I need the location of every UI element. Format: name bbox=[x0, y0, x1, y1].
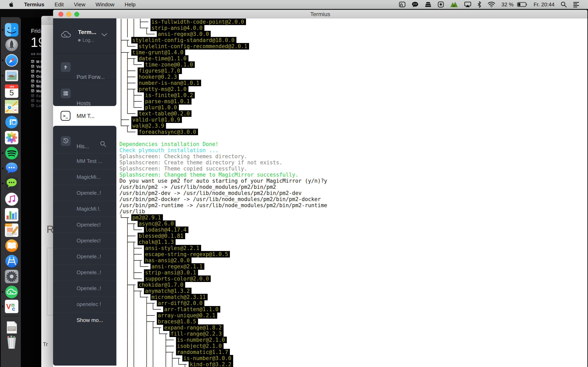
clock[interactable]: Fr. 20:44 bbox=[534, 1, 554, 8]
terminal-area[interactable]: │ │ │ ├── is-fullwidth-code-point@2.0.0│… bbox=[116, 18, 587, 367]
dock-icon-mail[interactable] bbox=[5, 69, 18, 82]
history-list-item[interactable]: Openele..! bbox=[53, 185, 116, 201]
tree-branch: │ └── bbox=[120, 43, 139, 49]
trackpad-icon[interactable] bbox=[399, 1, 406, 8]
terminal-line: │ │ │ ├─┬ expand-range@1.8.2 bbox=[120, 325, 327, 331]
svg-text:3D: 3D bbox=[14, 109, 17, 111]
package-name: escape-string-regexp@1.0.5 bbox=[144, 251, 230, 258]
terminal-line: │ └── supports-color@2.0.0 bbox=[120, 276, 327, 282]
terminal-line: │ │ │ │ └─┬ fill-range@2.2.3 bbox=[120, 331, 327, 337]
sidebar-item-history[interactable]: His... bbox=[53, 126, 116, 153]
search-icon[interactable] bbox=[100, 141, 107, 148]
tree-branch: │ ├── bbox=[120, 80, 139, 86]
dock-icon-launchpad[interactable] bbox=[5, 38, 18, 52]
dock-icon-finder[interactable] bbox=[5, 23, 18, 36]
dock-icon-pages[interactable]: PAGES bbox=[5, 224, 18, 237]
window-title: Termius bbox=[53, 11, 587, 17]
history-list-item[interactable]: MM Test ... bbox=[53, 153, 116, 169]
tree-branch: │ │ │ │ │ ├─┬ bbox=[120, 355, 183, 361]
battery-icon[interactable] bbox=[517, 2, 527, 7]
menu-item-view[interactable]: View bbox=[74, 1, 85, 8]
svg-text:f: f bbox=[9, 118, 12, 126]
svg-text:c: c bbox=[12, 306, 15, 312]
history-list-item[interactable]: Openelec! bbox=[53, 217, 116, 233]
dock-icon-photos[interactable] bbox=[5, 131, 18, 144]
apple-icon[interactable] bbox=[9, 1, 14, 8]
dock-icon-app-store[interactable] bbox=[5, 254, 18, 268]
dock-icon-trash[interactable] bbox=[5, 336, 18, 349]
menu-item-window[interactable]: Window bbox=[95, 1, 114, 8]
tree-branch: │ ├─┬ bbox=[120, 55, 139, 62]
menu-item-termius[interactable]: Termius bbox=[24, 1, 44, 8]
history-list-item[interactable]: Openele..! bbox=[53, 264, 116, 280]
terminal-line: Check plymouth installation ... bbox=[120, 147, 327, 153]
terminal-line: │ │ └── ansi-regex@2.1.1 bbox=[120, 263, 327, 269]
account-block[interactable]: Term... Log... bbox=[53, 18, 116, 53]
window-titlebar[interactable]: Termius bbox=[53, 10, 587, 18]
starbox-icon[interactable] bbox=[438, 1, 444, 8]
dock-icon-vnc-viewer[interactable]: Vnc bbox=[5, 300, 18, 313]
airplay-icon[interactable] bbox=[464, 1, 471, 8]
history-list-item[interactable]: Openelec! bbox=[53, 233, 116, 249]
terminal-tab-label: MM T... bbox=[77, 113, 95, 119]
spotlight-icon[interactable] bbox=[561, 1, 567, 8]
history-icon bbox=[61, 136, 71, 146]
sidebar: Term... Log... Port Forw... bbox=[53, 18, 116, 367]
package-name: walk@2.3.9 bbox=[131, 123, 166, 129]
history-list-item[interactable]: Openele..! bbox=[53, 249, 116, 264]
package-name: array-unique@0.2.1 bbox=[157, 312, 217, 319]
calendar-check-icon bbox=[31, 79, 34, 83]
dock-icon-ibooks[interactable] bbox=[5, 239, 18, 252]
running-indicator bbox=[2, 59, 3, 61]
package-name: is-number@3.0.0 bbox=[182, 355, 233, 361]
calendar-check-icon bbox=[31, 84, 34, 89]
dock-icon-maps[interactable]: 3D bbox=[5, 100, 18, 113]
dock-icon-spotify[interactable] bbox=[5, 146, 18, 160]
mountain-icon[interactable]: M bbox=[450, 1, 458, 8]
dock-icon-calendar[interactable]: JAN5 bbox=[5, 84, 18, 98]
package-name: chalk@1.1.3 bbox=[138, 239, 176, 245]
chat-icon[interactable] bbox=[412, 1, 419, 8]
package-name: has-ansi@2.0.0 bbox=[144, 257, 191, 264]
dock-icon-itunes[interactable] bbox=[5, 192, 18, 206]
package-name: anymatch@1.3.2 bbox=[144, 288, 191, 294]
tree-branch: │ │ ├─┬ bbox=[120, 318, 158, 325]
terminal-line bbox=[120, 135, 327, 141]
wifi-icon[interactable] bbox=[488, 1, 495, 8]
dock-icon-document[interactable] bbox=[5, 321, 18, 334]
stack-icon[interactable] bbox=[425, 1, 432, 8]
history-list-item[interactable]: openelec ! bbox=[53, 296, 116, 312]
terminal-line: Splashscreen: Create theme directory if … bbox=[120, 159, 327, 166]
menu-item-edit[interactable]: Edit bbox=[54, 1, 64, 8]
dock-icon-messages-green[interactable] bbox=[5, 177, 18, 190]
dock-icon-messages[interactable] bbox=[5, 162, 18, 175]
terminal-line: /usr/bin/pm2-dev -> /usr/lib/node_module… bbox=[120, 190, 327, 196]
bluetooth-icon[interactable] bbox=[477, 1, 481, 8]
dock-icon-fantastical[interactable]: f bbox=[5, 115, 18, 129]
dock-icon-numbers[interactable] bbox=[5, 208, 18, 221]
svg-text:M: M bbox=[453, 4, 455, 8]
package-name: pretty-ms@2.1.0 bbox=[138, 86, 189, 92]
history-list-item[interactable]: MagicMi... bbox=[53, 169, 116, 185]
dock-icon-safari[interactable] bbox=[5, 54, 18, 67]
history-list-item[interactable]: Openele..! bbox=[53, 280, 116, 296]
menulist-icon[interactable] bbox=[573, 2, 579, 7]
inactive-traffic-light[interactable] bbox=[47, 17, 51, 20]
show-more-button[interactable]: Show mo... bbox=[53, 312, 116, 328]
dock-icon-termius[interactable] bbox=[5, 285, 18, 299]
running-indicator bbox=[2, 167, 3, 169]
chevron-down-icon[interactable] bbox=[101, 33, 107, 38]
terminal-icon: >_ bbox=[61, 111, 70, 121]
tree-branch: ├── bbox=[120, 233, 139, 239]
menu-item-help[interactable]: Help bbox=[125, 1, 135, 8]
sidebar-item-terminal-tab-selected[interactable]: >_ MM T... bbox=[53, 106, 116, 126]
tree-branch: │ ├── bbox=[120, 74, 139, 80]
history-list-item[interactable]: MagicMi.!. bbox=[53, 201, 116, 217]
account-status: Log... bbox=[78, 38, 94, 43]
package-name: hooker@0.2.3 bbox=[138, 74, 179, 80]
dock-icon-system-preferences[interactable] bbox=[5, 270, 18, 283]
tree-branch: │ ├── bbox=[120, 251, 145, 257]
tree-branch: │ │ │ │ ├── bbox=[120, 337, 177, 343]
package-name: parse-ms@1.0.1 bbox=[144, 98, 191, 105]
package-name: strip-ansi@4.0.0 bbox=[150, 25, 204, 31]
